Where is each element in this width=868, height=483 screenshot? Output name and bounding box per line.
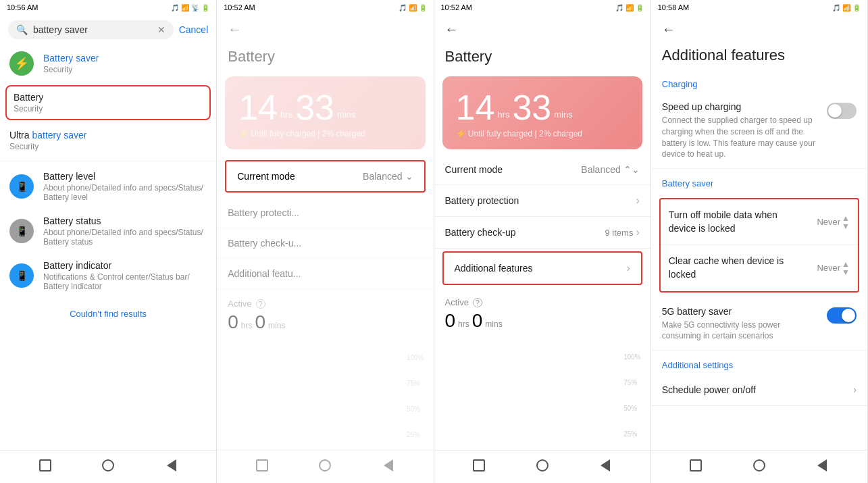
- status-icons-4: 🎵 📶 🔋: [832, 4, 861, 11]
- clear-cache-title: Clear cache when device is locked: [669, 255, 805, 281]
- clear-cache-row[interactable]: Clear cache when device is locked Never …: [661, 245, 858, 290]
- result-subtitle-battery-level: About phone/Detailed info and specs/Stat…: [43, 183, 207, 202]
- graph-label3-75: 75%: [623, 379, 641, 386]
- speed-up-text-block: Speed up charging Connect the supplied c…: [662, 101, 821, 160]
- current-mode-row-3[interactable]: Current mode Balanced ⌃⌄: [434, 155, 650, 185]
- additional-settings-label: Additional settings: [651, 351, 867, 374]
- home-button-3[interactable]: [471, 457, 487, 474]
- list-item[interactable]: Battery Security: [5, 85, 211, 120]
- battery-icon-2: 🔋: [419, 4, 427, 11]
- battery-saver-icon: ⚡: [14, 56, 29, 71]
- bt-icon-2: 🎵: [399, 4, 407, 11]
- clear-cache-value: Never ▲ ▼: [817, 260, 850, 276]
- square-icon: [39, 459, 51, 472]
- info-icon-3: ?: [473, 298, 482, 307]
- search-icon: 🔍: [16, 24, 28, 35]
- list-item[interactable]: ⚡ Battery saver Security: [0, 45, 216, 82]
- battery-title-3: Battery: [434, 40, 650, 71]
- chevron-icon-3: ⌃⌄: [623, 164, 640, 175]
- result-text-battery: Battery Security: [14, 92, 203, 113]
- home-button-4[interactable]: [688, 457, 704, 474]
- speed-up-title: Speed up charging: [662, 101, 821, 112]
- back-arrow-4[interactable]: ←: [651, 15, 867, 40]
- battery-saver-box: Turn off mobile data when device is lock…: [659, 198, 859, 292]
- status-icons-3: 🎵 📶 🔋: [615, 4, 644, 11]
- additional-features-label[interactable]: Additional features ›: [444, 253, 641, 284]
- battery-icon-1: 🔋: [201, 4, 209, 11]
- row-label-protection-3: Battery protection: [445, 195, 519, 206]
- signal-icon-4: 📶: [842, 4, 850, 11]
- no-results-text: Couldn't find results: [0, 298, 216, 330]
- additional-features-content: Charging Speed up charging Connect the s…: [651, 70, 867, 450]
- graph-label3-25: 25%: [623, 430, 641, 438]
- mode-value-3: Balanced ⌃⌄: [581, 164, 639, 175]
- toggle-thumb-speed: [828, 104, 842, 118]
- dim-overlay: [217, 15, 433, 483]
- list-item[interactable]: Ultra battery saver Security: [0, 123, 216, 158]
- search-input-wrapper[interactable]: 🔍 battery saver ✕: [8, 20, 174, 39]
- list-item[interactable]: 📱 Battery status About phone/Detailed in…: [0, 209, 216, 253]
- result-text-ultra: Ultra battery saver Security: [9, 130, 207, 151]
- square-icon-4: [690, 459, 702, 472]
- list-item[interactable]: 📱 Battery level About phone/Detailed inf…: [0, 164, 216, 209]
- battery-protection-row[interactable]: Battery protection ›: [434, 185, 650, 217]
- phone-icon: 📱: [16, 181, 28, 192]
- search-query[interactable]: battery saver: [33, 24, 152, 35]
- back-button-4[interactable]: [814, 457, 830, 474]
- additional-features-row-highlighted[interactable]: Additional features ›: [442, 251, 642, 285]
- 5g-battery-saver-row: 5G battery saver Make 5G connectivity le…: [651, 298, 867, 351]
- search-bar-container: 🔍 battery saver ✕ Cancel: [0, 15, 216, 45]
- recents-button-4[interactable]: [751, 457, 767, 474]
- mobile-data-row[interactable]: Turn off mobile data when device is lock…: [661, 199, 858, 245]
- battery-checkup-row[interactable]: Battery check-up 9 items ›: [434, 217, 650, 249]
- speed-up-header: Speed up charging Connect the supplied c…: [662, 101, 857, 160]
- chevron-right-schedule: ›: [853, 384, 857, 396]
- battery-hrs-label-3: hrs: [497, 109, 509, 125]
- signal-icon-2: 📶: [409, 4, 417, 11]
- battery-mins-3: 33: [512, 90, 551, 125]
- battery-mins-label-3: mins: [554, 109, 572, 125]
- result-subtitle-battery-status: About phone/Detailed info and specs/Stat…: [43, 228, 207, 247]
- signal-icon-3: 📶: [626, 4, 634, 11]
- back-button-3[interactable]: [597, 457, 613, 474]
- active-label-3: Active: [445, 297, 469, 307]
- result-title-ultra: Ultra battery saver: [9, 130, 207, 141]
- spinner-icon-2[interactable]: ▲ ▼: [842, 260, 850, 276]
- cancel-search-button[interactable]: Cancel: [179, 24, 209, 35]
- back-arrow-3[interactable]: ←: [434, 15, 650, 40]
- result-title-battery: Battery: [14, 92, 203, 103]
- list-item[interactable]: 📱 Battery indicator Notifications & Cont…: [0, 253, 216, 298]
- result-title-battery-saver: Battery saver: [43, 53, 207, 63]
- toggle-thumb-5g: [842, 309, 855, 322]
- battery-saver-section-label: Battery saver: [651, 169, 867, 193]
- graph-area-3: 100% 75% 50% 25%: [434, 341, 650, 450]
- circle-icon-3: [536, 459, 548, 472]
- 5g-title: 5G battery saver: [662, 306, 821, 317]
- 5g-toggle[interactable]: [827, 307, 857, 324]
- recents-button[interactable]: [100, 457, 116, 474]
- recents-button-3[interactable]: [534, 457, 551, 474]
- add-features-title: Additional features: [651, 40, 867, 70]
- back-button[interactable]: [163, 457, 180, 474]
- status-bar-4: 10:58 AM 🎵 📶 🔋: [651, 0, 867, 15]
- battery-panel-dropdown: 10:52 AM 🎵 📶 🔋 ← Battery 14 hrs 33 mins …: [217, 0, 434, 483]
- status-bar-1: 10:56 AM 🎵 📶 📡 🔋: [0, 0, 216, 15]
- triangle-icon-3: [601, 459, 610, 472]
- home-button[interactable]: [37, 457, 53, 474]
- result-subtitle-battery: Security: [14, 104, 203, 113]
- schedule-row[interactable]: Schedule power on/off ›: [651, 374, 867, 406]
- clear-search-button[interactable]: ✕: [157, 24, 165, 35]
- status-icons-2: 🎵 📶 🔋: [399, 4, 427, 11]
- battery-banner-3: 14 hrs 33 mins ⚡ Until fully charged | 2…: [442, 76, 642, 149]
- spinner-icon[interactable]: ▲ ▼: [842, 214, 850, 230]
- nav-bar-3: [434, 450, 650, 483]
- current-mode-row-2[interactable]: Current mode Balanced ⌄: [225, 160, 425, 193]
- result-title-battery-level: Battery level: [43, 171, 207, 182]
- result-icon-battery-indicator: 📱: [9, 263, 34, 288]
- chevron-right-icon: ›: [636, 195, 639, 207]
- result-title-highlight: Battery saver: [43, 53, 99, 63]
- speed-up-toggle[interactable]: [827, 103, 857, 119]
- indicator-icon: 📱: [16, 270, 28, 281]
- circle-icon-4: [753, 459, 765, 472]
- current-mode-label-3: Current mode: [445, 164, 503, 175]
